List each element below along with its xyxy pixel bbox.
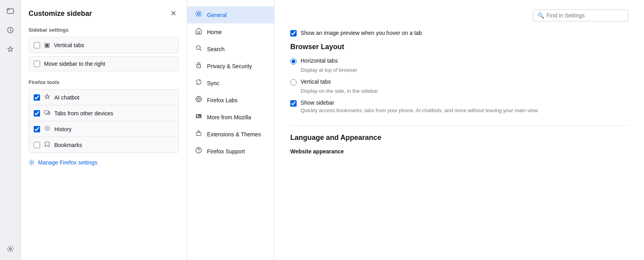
- manage-link-label: Manage Firefox settings: [38, 159, 97, 166]
- mozilla-nav-icon: [195, 113, 202, 122]
- customize-sidebar-panel: Customize sidebar ✕ Sidebar settings ▣ V…: [21, 0, 187, 260]
- labs-nav-icon: [195, 96, 202, 105]
- firefox-tools-list: AI chatbot Tabs from other devices: [29, 89, 179, 153]
- close-panel-button[interactable]: ✕: [168, 8, 179, 19]
- svg-rect-1: [7, 9, 10, 10]
- history-sidebar-icon[interactable]: [4, 24, 17, 36]
- move-sidebar-label: Move sidebar to the right: [44, 61, 105, 67]
- vertical-tabs-radio[interactable]: [290, 79, 297, 86]
- svg-line-13: [200, 49, 201, 51]
- manage-firefox-settings-link[interactable]: Manage Firefox settings: [29, 159, 179, 166]
- vertical-tabs-radio-row: Vertical tabs: [290, 78, 628, 86]
- general-nav-icon: [195, 10, 202, 19]
- nav-mozilla-label: More from Mozilla: [207, 114, 251, 120]
- panel-title: Customize sidebar: [29, 10, 92, 18]
- vertical-tabs-label: Vertical tabs: [54, 42, 84, 48]
- sidebar-settings-label: Sidebar settings: [29, 27, 179, 33]
- horizontal-tabs-group: Horizontal tabs Display at top of browse…: [290, 57, 628, 73]
- privacy-nav-icon: [195, 61, 202, 71]
- show-sidebar-text: Show sidebar Quickly access bookmarks, t…: [301, 99, 539, 115]
- vertical-tabs-radio-label: Vertical tabs: [301, 78, 331, 85]
- nav-item-support[interactable]: Firefox Support: [187, 143, 274, 160]
- history-icon: [44, 125, 50, 133]
- nav-item-mozilla[interactable]: More from Mozilla: [187, 109, 274, 126]
- tabs-other-devices-checkbox[interactable]: [34, 110, 40, 117]
- language-appearance-section: Language and Appearance Website appearan…: [290, 134, 628, 155]
- nav-item-extensions[interactable]: Extensions & Themes: [187, 126, 274, 143]
- svg-point-10: [197, 13, 200, 15]
- move-sidebar-checkbox[interactable]: [34, 61, 40, 67]
- nav-sync-label: Sync: [207, 80, 219, 86]
- home-nav-icon: [195, 27, 202, 36]
- ai-chatbot-label: AI chatbot: [54, 94, 79, 101]
- nav-extensions-label: Extensions & Themes: [207, 131, 261, 138]
- horizontal-tabs-radio-row: Horizontal tabs: [290, 57, 628, 65]
- horizontal-tabs-radio[interactable]: [290, 58, 297, 65]
- settings-content: 🔍 Show an image preview when you hover o…: [274, 0, 644, 260]
- show-sidebar-checkbox[interactable]: [290, 100, 297, 107]
- nav-item-labs[interactable]: Firefox Labs: [187, 92, 274, 109]
- bookmarks-row[interactable]: Bookmarks: [29, 137, 178, 153]
- vertical-tabs-group: Vertical tabs Display on the side, in th…: [290, 78, 628, 94]
- tab-preview-label: Show an image preview when you hover on …: [301, 29, 422, 37]
- tabs-other-devices-label: Tabs from other devices: [54, 110, 113, 117]
- website-appearance-label: Website appearance: [290, 148, 628, 155]
- nav-item-search[interactable]: Search: [187, 40, 274, 57]
- tabs-sidebar-icon[interactable]: [4, 5, 17, 17]
- svg-rect-22: [196, 114, 201, 118]
- section-divider: [290, 125, 628, 126]
- nav-item-sync[interactable]: Sync: [187, 75, 274, 92]
- bookmarks-checkbox[interactable]: [34, 142, 40, 148]
- find-search-icon: 🔍: [537, 12, 544, 19]
- settings-sidebar-icon[interactable]: [4, 243, 17, 255]
- tabs-other-devices-icon: [44, 109, 50, 117]
- svg-rect-24: [197, 117, 201, 117]
- svg-point-27: [198, 151, 199, 152]
- nav-labs-label: Firefox Labs: [207, 97, 238, 103]
- vertical-tabs-checkbox[interactable]: [34, 42, 40, 48]
- vertical-tabs-icon: ▣: [44, 41, 50, 49]
- move-sidebar-row[interactable]: Move sidebar to the right: [29, 56, 179, 71]
- history-row[interactable]: History: [29, 121, 178, 137]
- sidebar-settings-section: Sidebar settings ▣ Vertical tabs Move si…: [29, 27, 179, 71]
- browser-layout-heading: Browser Layout: [290, 43, 628, 51]
- find-settings-bar: 🔍: [290, 10, 628, 21]
- ai-chatbot-icon: [44, 94, 50, 101]
- svg-point-3: [9, 248, 11, 250]
- sync-nav-icon: [195, 78, 202, 88]
- language-appearance-heading: Language and Appearance: [290, 134, 628, 142]
- browser-layout-section: Browser Layout Horizontal tabs Display a…: [290, 43, 628, 115]
- find-settings-input[interactable]: [546, 12, 624, 19]
- panel-header: Customize sidebar ✕: [29, 8, 179, 19]
- nav-item-privacy[interactable]: Privacy & Security: [187, 57, 274, 75]
- tab-preview-checkbox[interactable]: [290, 30, 297, 36]
- nav-support-label: Firefox Support: [207, 148, 245, 155]
- icon-sidebar: [0, 0, 21, 260]
- ai-chatbot-checkbox[interactable]: [34, 94, 40, 101]
- nav-item-home[interactable]: Home: [187, 23, 274, 40]
- manage-settings-icon: [29, 159, 35, 166]
- horizontal-tabs-label: Horizontal tabs: [301, 57, 337, 64]
- vertical-tabs-row[interactable]: ▣ Vertical tabs: [29, 37, 179, 53]
- settings-main: General Home Search: [187, 0, 644, 260]
- ai-chatbot-row[interactable]: AI chatbot: [29, 90, 178, 105]
- history-checkbox[interactable]: [34, 126, 40, 132]
- bookmarks-icon: [44, 141, 50, 149]
- svg-rect-11: [198, 32, 199, 34]
- nav-search-label: Search: [207, 46, 224, 52]
- svg-point-15: [198, 66, 199, 67]
- bookmarks-label: Bookmarks: [54, 142, 82, 148]
- find-settings-input-wrap: 🔍: [533, 10, 628, 21]
- nav-home-label: Home: [207, 29, 222, 35]
- tab-preview-row: Show an image preview when you hover on …: [290, 29, 628, 37]
- support-nav-icon: [195, 147, 202, 156]
- svg-rect-25: [196, 132, 201, 136]
- svg-rect-23: [197, 115, 198, 116]
- svg-point-9: [31, 162, 33, 163]
- nav-item-general[interactable]: General: [187, 6, 274, 23]
- nav-general-label: General: [207, 12, 227, 18]
- firefox-tools-label: Firefox tools: [29, 79, 179, 85]
- firefox-tools-section: Firefox tools AI chatbot: [29, 79, 179, 166]
- tabs-other-devices-row[interactable]: Tabs from other devices: [29, 105, 178, 121]
- ai-sidebar-icon[interactable]: [4, 43, 17, 55]
